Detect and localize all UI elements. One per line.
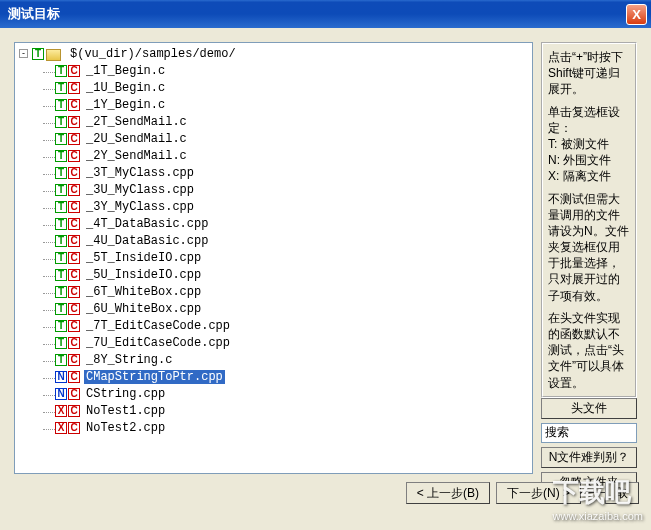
- file-status-box-2[interactable]: C: [68, 218, 80, 230]
- info-p1: 点击“+”时按下Shift键可递归展开。: [548, 49, 630, 98]
- file-status-box-2[interactable]: C: [68, 269, 80, 281]
- file-status-box-2[interactable]: C: [68, 388, 80, 400]
- tree-file-row[interactable]: TC_2Y_SendMail.c: [19, 147, 532, 164]
- file-status-box-1[interactable]: X: [55, 422, 67, 434]
- tree-file-row[interactable]: TC_7U_EditCaseCode.cpp: [19, 334, 532, 351]
- file-status-box-2[interactable]: C: [68, 65, 80, 77]
- tree-file-row[interactable]: XCNoTest1.cpp: [19, 402, 532, 419]
- file-status-box-2[interactable]: C: [68, 286, 80, 298]
- root-status-box[interactable]: T: [32, 48, 44, 60]
- file-status-box-1[interactable]: T: [55, 303, 67, 315]
- file-status-box-2[interactable]: C: [68, 320, 80, 332]
- file-status-box-1[interactable]: N: [55, 388, 67, 400]
- tree-file-row[interactable]: TC_1T_Begin.c: [19, 62, 532, 79]
- next-button[interactable]: 下一步(N) >: [496, 482, 581, 504]
- file-status-box-2[interactable]: C: [68, 184, 80, 196]
- client-area: - T $(vu_dir)/samples/demo/ TC_1T_Begin.…: [0, 28, 651, 474]
- file-status-box-2[interactable]: C: [68, 116, 80, 128]
- file-name-label: _1Y_Begin.c: [84, 98, 167, 112]
- file-status-box-2[interactable]: C: [68, 82, 80, 94]
- file-status-box-2[interactable]: C: [68, 354, 80, 366]
- info-p3: 不测试但需大量调用的文件请设为N。文件夹复选框仅用于批量选择，只对展开过的子项有…: [548, 191, 630, 304]
- info-p2: 单击复选框设定：: [548, 104, 630, 136]
- tree-connector: [19, 302, 55, 316]
- file-name-label: _4U_DataBasic.cpp: [84, 234, 210, 248]
- header-files-button[interactable]: 头文件: [541, 398, 637, 419]
- file-status-box-1[interactable]: T: [55, 354, 67, 366]
- file-tree[interactable]: - T $(vu_dir)/samples/demo/ TC_1T_Begin.…: [14, 42, 533, 474]
- file-status-box-2[interactable]: C: [68, 337, 80, 349]
- cancel-button[interactable]: 取: [605, 482, 639, 504]
- tree-file-row[interactable]: TC_6U_WhiteBox.cpp: [19, 300, 532, 317]
- file-name-label: _3U_MyClass.cpp: [84, 183, 196, 197]
- file-status-box-1[interactable]: T: [55, 167, 67, 179]
- file-status-box-2[interactable]: C: [68, 405, 80, 417]
- file-name-label: CString.cpp: [84, 387, 167, 401]
- file-status-box-1[interactable]: T: [55, 150, 67, 162]
- file-status-box-2[interactable]: C: [68, 167, 80, 179]
- file-status-box-1[interactable]: T: [55, 286, 67, 298]
- tree-file-row[interactable]: XCNoTest2.cpp: [19, 419, 532, 436]
- file-name-label: _3T_MyClass.cpp: [84, 166, 196, 180]
- file-status-box-2[interactable]: C: [68, 133, 80, 145]
- search-input[interactable]: [541, 423, 637, 443]
- tree-connector: [19, 166, 55, 180]
- file-status-box-2[interactable]: C: [68, 99, 80, 111]
- tree-root-row[interactable]: - T $(vu_dir)/samples/demo/: [19, 45, 532, 62]
- close-icon: X: [632, 7, 641, 22]
- tree-file-row[interactable]: TC_2T_SendMail.c: [19, 113, 532, 130]
- tree-connector: [19, 285, 55, 299]
- tree-connector: [19, 64, 55, 78]
- file-status-box-1[interactable]: T: [55, 133, 67, 145]
- file-status-box-2[interactable]: C: [68, 252, 80, 264]
- file-status-box-1[interactable]: T: [55, 252, 67, 264]
- tree-file-row[interactable]: TC_3Y_MyClass.cpp: [19, 198, 532, 215]
- file-name-label: _7T_EditCaseCode.cpp: [84, 319, 232, 333]
- tree-file-row[interactable]: TC_2U_SendMail.c: [19, 130, 532, 147]
- tree-file-row[interactable]: TC_4U_DataBasic.cpp: [19, 232, 532, 249]
- file-status-box-1[interactable]: T: [55, 269, 67, 281]
- tree-file-row[interactable]: TC_7T_EditCaseCode.cpp: [19, 317, 532, 334]
- close-button[interactable]: X: [626, 4, 647, 25]
- file-status-box-1[interactable]: T: [55, 235, 67, 247]
- file-name-label: NoTest2.cpp: [84, 421, 167, 435]
- tree-connector: [19, 132, 55, 146]
- file-status-box-1[interactable]: T: [55, 99, 67, 111]
- file-status-box-1[interactable]: T: [55, 201, 67, 213]
- file-name-label: _2U_SendMail.c: [84, 132, 189, 146]
- file-status-box-1[interactable]: X: [55, 405, 67, 417]
- tree-file-row[interactable]: TC_5U_InsideIO.cpp: [19, 266, 532, 283]
- file-status-box-1[interactable]: T: [55, 218, 67, 230]
- info-l1: T: 被测文件: [548, 136, 630, 152]
- file-status-box-1[interactable]: T: [55, 116, 67, 128]
- tree-file-row[interactable]: TC_4T_DataBasic.cpp: [19, 215, 532, 232]
- file-status-box-1[interactable]: T: [55, 184, 67, 196]
- file-status-box-1[interactable]: T: [55, 65, 67, 77]
- tree-file-row[interactable]: TC_8Y_String.c: [19, 351, 532, 368]
- file-name-label: _6U_WhiteBox.cpp: [84, 302, 203, 316]
- tree-connector: [19, 234, 55, 248]
- n-difficult-button[interactable]: N文件难判别？: [541, 447, 637, 468]
- tree-connector: [19, 268, 55, 282]
- file-status-box-2[interactable]: C: [68, 235, 80, 247]
- file-status-box-1[interactable]: N: [55, 371, 67, 383]
- file-status-box-2[interactable]: C: [68, 150, 80, 162]
- info-p4: 在头文件实现的函数默认不测试，点击“头文件”可以具体设置。: [548, 310, 630, 391]
- back-button[interactable]: < 上一步(B): [406, 482, 490, 504]
- tree-file-row[interactable]: NCCMapStringToPtr.cpp: [19, 368, 532, 385]
- tree-file-row[interactable]: TC_3T_MyClass.cpp: [19, 164, 532, 181]
- tree-file-row[interactable]: TC_6T_WhiteBox.cpp: [19, 283, 532, 300]
- tree-file-row[interactable]: NCCString.cpp: [19, 385, 532, 402]
- tree-file-row[interactable]: TC_1Y_Begin.c: [19, 96, 532, 113]
- tree-file-row[interactable]: TC_5T_InsideIO.cpp: [19, 249, 532, 266]
- file-status-box-2[interactable]: C: [68, 303, 80, 315]
- file-status-box-1[interactable]: T: [55, 82, 67, 94]
- file-status-box-1[interactable]: T: [55, 320, 67, 332]
- expander-icon[interactable]: -: [19, 49, 28, 58]
- tree-file-row[interactable]: TC_3U_MyClass.cpp: [19, 181, 532, 198]
- file-status-box-2[interactable]: C: [68, 371, 80, 383]
- file-status-box-2[interactable]: C: [68, 201, 80, 213]
- tree-file-row[interactable]: TC_1U_Begin.c: [19, 79, 532, 96]
- file-status-box-1[interactable]: T: [55, 337, 67, 349]
- file-status-box-2[interactable]: C: [68, 422, 80, 434]
